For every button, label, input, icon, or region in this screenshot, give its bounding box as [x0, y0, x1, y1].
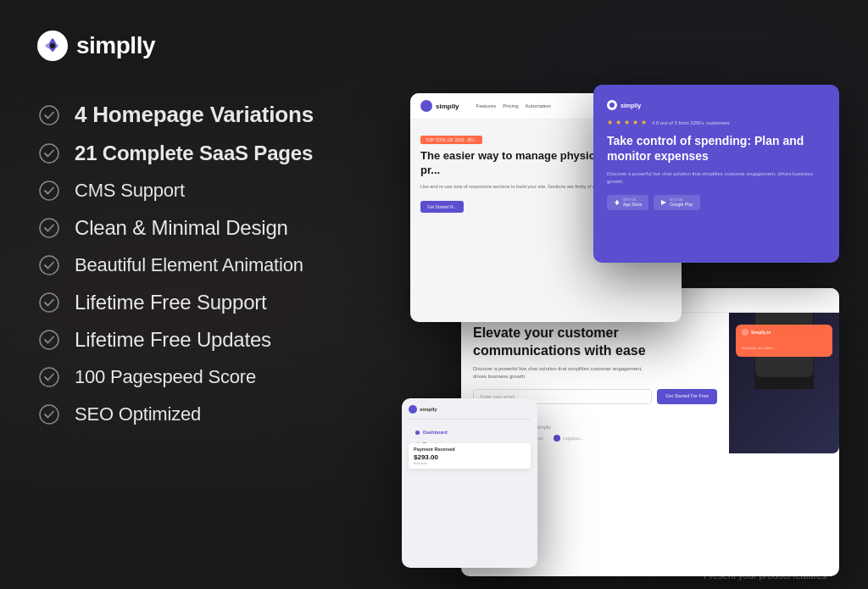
page-container: simplly 4 Homepage Variations	[0, 0, 868, 589]
check-icon-1	[37, 103, 61, 127]
mock-logo-text: simplly	[436, 103, 459, 110]
feature-item-1: 4 Homepage Variations	[37, 97, 393, 133]
purple-content: simplly ★ ★ ★ ★ ★ 4.6 out of 5 from 3200…	[593, 85, 839, 225]
store-buttons: GET IT ON App Store GET IT ON Google Pla…	[607, 195, 826, 210]
main-cta-button[interactable]: Get Started N...	[420, 201, 464, 213]
check-icon-3	[37, 179, 61, 203]
svg-point-6	[40, 293, 58, 312]
chat-widget-status: 63 people are online	[742, 346, 772, 350]
bottom-hero-title: Elevate your customer communications wit…	[473, 325, 659, 360]
feature-item-2: 21 Complete SaaS Pages	[37, 136, 393, 170]
feature-item-3: CMS Support	[37, 174, 393, 208]
purple-title: Take control of spending: Plan and monit…	[607, 133, 826, 164]
star-4: ★	[632, 119, 638, 126]
feature-label-5: Beautiful Element Animation	[75, 254, 303, 276]
purple-rating: ★ ★ ★ ★ ★ 4.6 out of 5 from 3200+ custom…	[607, 119, 826, 126]
screenshots-area: simplly Features Pricing Automation TOP …	[410, 93, 831, 564]
mock-nav-link-features: Features	[476, 103, 497, 108]
feature-label-1: 4 Homepage Variations	[75, 102, 314, 128]
feature-item-4: Clean & Minimal Design	[37, 211, 393, 245]
feature-label-6: Lifetime Free Support	[75, 291, 267, 314]
logo: simplly	[37, 31, 831, 61]
mock-logo-icon	[420, 100, 432, 112]
svg-point-0	[50, 43, 55, 48]
transaction-card: Payment Received $293.00 from live...	[409, 443, 531, 469]
feature-item-7: Lifetime Free Updates	[37, 323, 393, 357]
rating-text: 4.6 out of 5 from 3200+ customers	[652, 120, 730, 125]
check-icon-5	[37, 253, 61, 277]
svg-point-4	[40, 219, 58, 237]
logo-mock-icon-3	[554, 435, 560, 442]
google-play-button[interactable]: GET IT ON Google Play	[654, 195, 699, 210]
mock-logo-small: simplly	[420, 100, 459, 112]
screenshot-card-purple: simplly ★ ★ ★ ★ ★ 4.6 out of 5 from 3200…	[593, 85, 839, 263]
svg-point-8	[40, 368, 58, 386]
svg-point-7	[40, 331, 58, 349]
check-icon-7	[37, 328, 61, 352]
mock-nav-link-automation: Automation	[526, 103, 551, 108]
chat-widget: Simplly.io 63 people are online	[736, 325, 832, 357]
svg-point-9	[40, 405, 58, 424]
logo-icon	[37, 31, 68, 61]
feature-item-5: Beautiful Element Animation	[37, 248, 393, 282]
feature-item-6: Lifetime Free Support	[37, 286, 393, 320]
app-store-button[interactable]: GET IT ON App Store	[607, 195, 648, 210]
google-play-label: Google Play	[670, 202, 693, 207]
feature-item-9: SEO Optimized	[37, 397, 393, 431]
app-store-label: App Store	[623, 202, 642, 207]
svg-point-5	[40, 256, 58, 275]
feature-label-7: Lifetime Free Updates	[75, 328, 271, 352]
transaction-title: Payment Received	[414, 447, 526, 452]
check-icon-4	[37, 216, 61, 240]
transaction-sub: from live...	[414, 461, 526, 465]
logo-mock-text-3: Logoipsu...	[563, 436, 583, 441]
check-icon-8	[37, 365, 61, 389]
feature-label-2: 21 Complete SaaS Pages	[75, 142, 313, 165]
main-badge: TOP TOOL OF 2022 - BU...	[420, 136, 482, 144]
features-list: 4 Homepage Variations 21 Complete SaaS P…	[37, 93, 393, 564]
sidebar-nav-dashboard[interactable]: Dashboard	[409, 426, 531, 438]
main-content: 4 Homepage Variations 21 Complete SaaS P…	[37, 93, 831, 564]
purple-desc: Discover a powerful live chat solution t…	[607, 170, 826, 185]
svg-point-2	[40, 144, 58, 163]
star-1: ★	[607, 119, 613, 126]
feature-label-8: 100 Pagespeed Score	[75, 366, 256, 388]
transaction-amount: $293.00	[414, 453, 526, 461]
feature-label-3: CMS Support	[75, 180, 185, 202]
check-icon-6	[37, 291, 61, 314]
star-5: ★	[641, 119, 647, 126]
star-2: ★	[615, 119, 621, 126]
svg-point-3	[40, 181, 58, 200]
mock-nav-links: Features Pricing Automation	[476, 103, 551, 108]
svg-point-1	[40, 106, 58, 125]
logo-mock-3: Logoipsu...	[554, 435, 583, 442]
chat-widget-name: Simplly.io	[751, 330, 771, 335]
mock-nav-link-pricing: Pricing	[503, 103, 518, 108]
check-icon-2	[37, 142, 61, 165]
svg-marker-10	[661, 200, 666, 205]
feature-item-8: 100 Pagespeed Score	[37, 360, 393, 394]
star-3: ★	[624, 119, 630, 126]
screenshot-card-sidebar: simplly Dashboard Reports Settings Payme…	[402, 398, 537, 568]
cta-button[interactable]: Get Started For Free	[657, 389, 717, 404]
feature-label-4: Clean & Minimal Design	[75, 216, 288, 240]
feature-label-9: SEO Optimized	[75, 403, 201, 425]
bottom-hero-sub: Discover a powerful live chat solution t…	[473, 365, 643, 381]
check-icon-9	[37, 403, 61, 426]
logo-text: simplly	[76, 32, 155, 59]
sidebar-dot	[415, 431, 420, 435]
